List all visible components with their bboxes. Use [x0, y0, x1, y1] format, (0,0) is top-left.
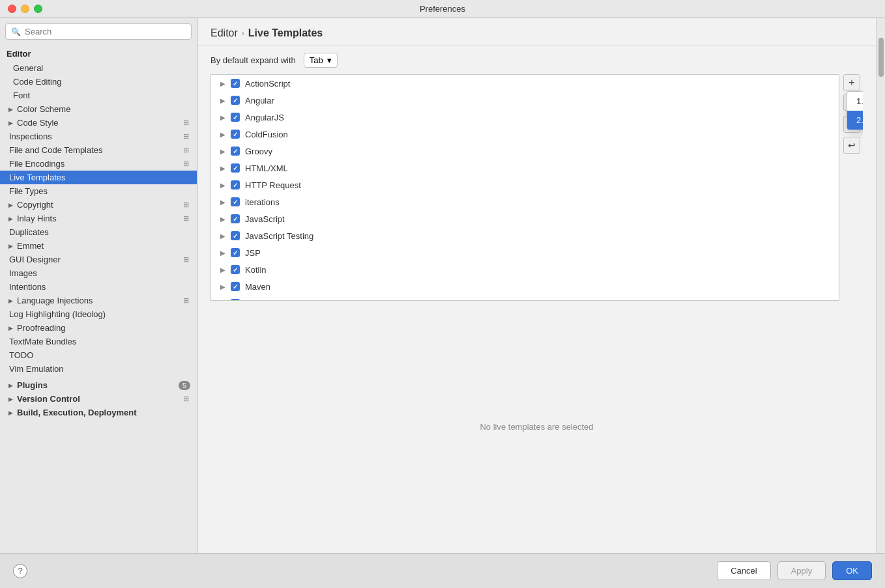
scrollbar-area[interactable]	[876, 18, 885, 553]
cancel-button[interactable]: Cancel	[717, 561, 770, 580]
template-group-checkbox[interactable]	[231, 113, 240, 122]
chevron-icon: ▶	[7, 242, 14, 250]
sidebar-item-code-editing[interactable]: Code Editing	[0, 75, 197, 89]
chevron-icon: ▶	[7, 215, 14, 223]
template-group-name: ColdFusion	[245, 130, 288, 139]
breadcrumb-separator: ›	[242, 29, 244, 38]
sidebar-item-duplicates[interactable]: Duplicates	[0, 225, 197, 239]
sidebar-item-inlay-hints[interactable]: ▶ Inlay Hints ⊞	[0, 212, 197, 225]
minimize-button[interactable]	[21, 5, 29, 13]
template-group-checkbox[interactable]	[231, 231, 240, 240]
template-group-name: OGNL	[245, 299, 269, 301]
template-group-checkbox[interactable]	[231, 96, 240, 105]
template-group-checkbox[interactable]	[231, 180, 240, 189]
template-group-item[interactable]: ▶HTTP Request	[211, 176, 839, 193]
template-group-item[interactable]: ▶Maven	[211, 278, 839, 295]
template-group-item[interactable]: ▶JavaScript	[211, 210, 839, 227]
sidebar-item-intentions[interactable]: Intentions	[0, 280, 197, 294]
template-group-item[interactable]: ▶ActionScript	[211, 75, 839, 92]
template-group-checkbox[interactable]	[231, 299, 240, 301]
search-box[interactable]: 🔍	[5, 23, 192, 40]
sidebar-item-code-style[interactable]: ▶ Code Style ⊞	[0, 116, 197, 130]
sidebar-item-copyright[interactable]: ▶ Copyright ⊞	[0, 198, 197, 212]
sidebar-item-file-code-templates[interactable]: File and Code Templates ⊞	[0, 143, 197, 157]
sidebar-item-file-encodings[interactable]: File Encodings ⊞	[0, 157, 197, 171]
template-group-checkbox[interactable]	[231, 163, 240, 173]
sidebar-item-todo[interactable]: TODO	[0, 348, 197, 362]
sidebar-item-vim[interactable]: Vim Emulation	[0, 362, 197, 376]
template-group-item[interactable]: ▶JavaScript Testing	[211, 227, 839, 244]
template-group-checkbox[interactable]	[231, 79, 240, 88]
sidebar-item-emmet[interactable]: ▶ Emmet	[0, 239, 197, 253]
template-group-checkbox[interactable]	[231, 248, 240, 257]
template-group-checkbox[interactable]	[231, 147, 240, 156]
template-group-name: JavaScript	[245, 214, 285, 224]
apply-button[interactable]: Apply	[777, 561, 826, 580]
expand-arrow-icon: ▶	[218, 214, 228, 224]
sidebar-item-live-templates[interactable]: Live Templates	[0, 171, 197, 184]
sidebar-item-build[interactable]: ▶ Build, Execution, Deployment	[0, 406, 197, 419]
ok-button[interactable]: OK	[832, 561, 872, 580]
template-group-checkbox[interactable]	[231, 282, 240, 291]
sidebar-item-version-control[interactable]: ▶ Version Control ⊞	[0, 392, 197, 406]
content-area: Editor › Live Templates By default expan…	[197, 18, 876, 553]
template-group-item[interactable]: ▶OGNL	[211, 295, 839, 301]
expand-dropdown[interactable]: Tab ▾	[304, 53, 338, 68]
template-group-item[interactable]: ▶JSP	[211, 244, 839, 261]
empty-state-text: No live templates are selected	[480, 422, 593, 432]
sidebar-item-log-highlighting[interactable]: Log Highlighting (Ideolog)	[0, 307, 197, 321]
template-group-item[interactable]: ▶ColdFusion	[211, 126, 839, 143]
template-group-item[interactable]: ▶Groovy	[211, 143, 839, 160]
sidebar-item-inspections[interactable]: Inspections ⊞	[0, 130, 197, 143]
expand-arrow-icon: ▶	[218, 180, 228, 190]
sidebar-item-gui-designer[interactable]: GUI Designer ⊞	[0, 253, 197, 266]
sidebar-item-label: Vim Emulation	[9, 364, 64, 374]
sidebar-item-label: Color Scheme	[17, 104, 70, 114]
sidebar-item-label: General	[13, 63, 43, 73]
expand-arrow-icon: ▶	[218, 264, 228, 275]
sidebar-item-label: Log Highlighting (Ideolog)	[9, 309, 106, 319]
plus-icon: +	[849, 77, 854, 88]
sidebar-item-textmate[interactable]: TextMate Bundles	[0, 335, 197, 348]
sidebar-item-proofreading[interactable]: ▶ Proofreading	[0, 321, 197, 335]
sidebar-item-label: Duplicates	[9, 227, 49, 237]
sidebar-scroll[interactable]: Editor General Code Editing Font ▶ Color…	[0, 45, 197, 553]
sidebar-item-images[interactable]: Images	[0, 266, 197, 280]
sidebar-item-font[interactable]: Font	[0, 89, 197, 102]
template-group-name: HTTP Request	[245, 180, 301, 190]
template-group-item[interactable]: ▶Kotlin	[211, 261, 839, 278]
help-button[interactable]: ?	[13, 564, 27, 578]
template-group-name: HTML/XML	[245, 163, 288, 173]
sidebar-item-file-types[interactable]: File Types	[0, 184, 197, 198]
settings-icon: ⊞	[181, 146, 190, 155]
template-group-name: AngularJS	[245, 113, 284, 122]
popup-item-template-group[interactable]: 2. Template Group...	[847, 111, 863, 130]
popup-item-live-template[interactable]: 1. Live Template	[847, 92, 863, 111]
search-input[interactable]	[25, 27, 186, 36]
template-group-checkbox[interactable]	[231, 197, 240, 206]
add-dropdown-popup[interactable]: 1. Live Template 2. Template Group...	[847, 91, 863, 130]
template-group-checkbox[interactable]	[231, 265, 240, 274]
template-group-item[interactable]: ▶iterations	[211, 193, 839, 210]
template-group-checkbox[interactable]	[231, 214, 240, 223]
close-button[interactable]	[8, 5, 16, 13]
sidebar-item-label: File Encodings	[9, 159, 65, 169]
settings-icon: ⊞	[181, 296, 190, 305]
sidebar: 🔍 Editor General Code Editing Font ▶ Col…	[0, 18, 197, 553]
add-button[interactable]: +	[843, 74, 860, 91]
template-group-item[interactable]: ▶Angular	[211, 92, 839, 109]
reset-button[interactable]: ↩	[843, 137, 860, 154]
sidebar-item-plugins[interactable]: ▶ Plugins 5	[0, 378, 197, 392]
template-list[interactable]: ▶ActionScript▶Angular▶AngularJS▶ColdFusi…	[210, 74, 839, 301]
template-group-checkbox[interactable]	[231, 130, 240, 139]
chevron-icon: ▶	[7, 119, 14, 127]
scrollbar-thumb[interactable]	[878, 38, 884, 77]
sidebar-item-color-scheme[interactable]: ▶ Color Scheme	[0, 102, 197, 116]
maximize-button[interactable]	[34, 5, 42, 13]
chevron-icon: ▶	[7, 382, 14, 389]
template-group-item[interactable]: ▶HTML/XML	[211, 160, 839, 176]
right-toolbar: + 1. Live Template 2. Template Group... …	[839, 74, 863, 301]
template-group-item[interactable]: ▶AngularJS	[211, 109, 839, 126]
sidebar-item-general[interactable]: General	[0, 61, 197, 75]
sidebar-item-language-injections[interactable]: ▶ Language Injections ⊞	[0, 294, 197, 307]
